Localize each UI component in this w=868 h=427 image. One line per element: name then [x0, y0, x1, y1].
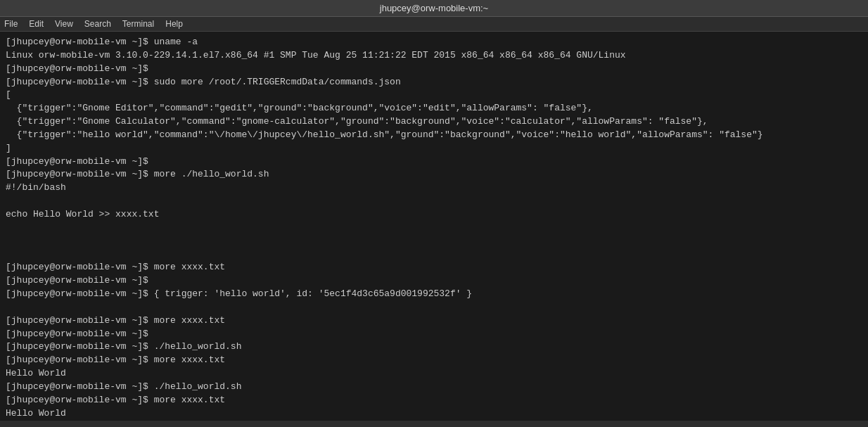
terminal-line: [jhupcey@orw-mobile-vm ~]$ ./hello_world…	[6, 381, 241, 392]
menu-help[interactable]: Help	[165, 19, 183, 29]
terminal-line: Linux orw-mobile-vm 3.10.0-229.14.1.el7.…	[6, 50, 626, 60]
terminal-line: [jhupcey@orw-mobile-vm ~]$	[6, 275, 148, 286]
terminal-line: [jhupcey@orw-mobile-vm ~]$ more xxxx.txt	[6, 395, 225, 405]
menu-view[interactable]: View	[55, 19, 73, 29]
terminal-line: {"trigger":"hello world","command":"\/ho…	[6, 129, 763, 140]
terminal-line: echo Hello World >> xxxx.txt	[6, 209, 159, 219]
menu-terminal[interactable]: Terminal	[122, 19, 154, 29]
terminal-line: [jhupcey@orw-mobile-vm ~]$	[6, 329, 148, 339]
terminal-line: [jhupcey@orw-mobile-vm ~]$ sudo more /ro…	[6, 77, 401, 87]
menu-file[interactable]: File	[4, 19, 18, 29]
terminal-body[interactable]: [jhupcey@orw-mobile-vm ~]$ uname -a Linu…	[0, 32, 868, 421]
terminal-line: {"trigger":"Gnome Calculator","command":…	[6, 116, 708, 127]
terminal-line: [jhupcey@orw-mobile-vm ~]$ more xxxx.txt	[6, 315, 225, 326]
terminal-line: [jhupcey@orw-mobile-vm ~]$ more xxxx.txt	[6, 262, 225, 272]
terminal-line: [jhupcey@orw-mobile-vm ~]$ { trigger: 'h…	[6, 288, 472, 299]
menu-search[interactable]: Search	[84, 19, 111, 29]
menu-bar: File Edit View Search Terminal Help	[0, 17, 868, 32]
title-bar: jhupcey@orw-mobile-vm:~	[0, 0, 868, 17]
terminal-line: [jhupcey@orw-mobile-vm ~]$ ./hello_world…	[6, 341, 241, 352]
menu-edit[interactable]: Edit	[29, 19, 44, 29]
terminal-line: [jhupcey@orw-mobile-vm ~]$ more ./hello_…	[6, 169, 269, 179]
terminal-line: [jhupcey@orw-mobile-vm ~]$ uname -a	[6, 37, 198, 47]
terminal-line: [	[6, 89, 11, 100]
terminal-line: {"trigger":"Gnome Editor","command":"ged…	[6, 103, 593, 113]
terminal-line: #!/bin/bash	[6, 182, 66, 193]
terminal-line: Hello World	[6, 368, 66, 378]
terminal-line: [jhupcey@orw-mobile-vm ~]$	[6, 63, 148, 74]
terminal-line: ]	[6, 143, 11, 153]
terminal-line: [jhupcey@orw-mobile-vm ~]$ more xxxx.txt	[6, 355, 225, 365]
terminal-line: Hello World	[6, 408, 66, 419]
terminal-line: [jhupcey@orw-mobile-vm ~]$	[6, 156, 148, 167]
window-title: jhupcey@orw-mobile-vm:~	[380, 3, 488, 13]
